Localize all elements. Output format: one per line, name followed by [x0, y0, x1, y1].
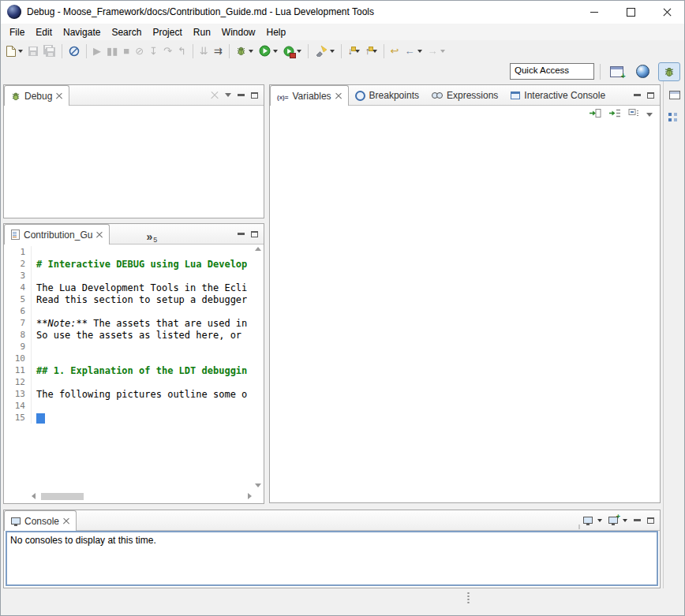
editor-line[interactable]: 7 **Note:** The assets that are used in	[5, 317, 252, 329]
title-bar[interactable]: Debug - Moose_Framework/docs/Contributio…	[0, 0, 685, 24]
outline-view-button[interactable]	[667, 110, 683, 124]
use-step-filters-button[interactable]: ⇉	[211, 43, 225, 60]
minimize-view-icon[interactable]	[634, 519, 641, 521]
menu-item[interactable]: Edit	[30, 25, 58, 39]
editor-body[interactable]: 1 2 # Interactive DEBUG using Lua Develo…	[5, 245, 263, 502]
editor-line[interactable]: 3	[5, 270, 252, 282]
dropdown-arrow-icon	[249, 50, 253, 53]
drop-to-frame-button[interactable]: ⇊	[197, 43, 211, 60]
close-tab-icon[interactable]	[335, 93, 342, 99]
scroll-right-icon[interactable]	[248, 493, 252, 499]
skip-all-breakpoints-button[interactable]	[66, 43, 82, 60]
step-over-button[interactable]: ↷	[161, 43, 174, 60]
dropdown-arrow-icon	[597, 519, 602, 522]
open-console-button[interactable]	[608, 517, 627, 524]
editor-line[interactable]: 8 So use the assets as listed here, or	[5, 329, 252, 341]
maximize-view-icon[interactable]	[647, 517, 654, 524]
maximize-view-icon[interactable]	[251, 92, 258, 99]
search-dropdown-button[interactable]	[313, 43, 337, 60]
step-into-button[interactable]: ↧	[147, 43, 160, 60]
editor-line[interactable]: 14	[5, 400, 252, 412]
editor-line[interactable]: 13 The following pictures outline some o	[5, 388, 252, 400]
scroll-up-icon[interactable]	[255, 247, 261, 251]
scroll-down-icon[interactable]	[255, 483, 261, 487]
maximize-window-button[interactable]	[612, 0, 649, 24]
remove-all-terminated-icon[interactable]	[211, 91, 219, 99]
resume-button[interactable]: ▶	[91, 43, 103, 60]
show-columns-button[interactable]	[608, 107, 621, 121]
debug-dropdown-button[interactable]	[234, 43, 256, 60]
tab-console[interactable]: Console	[4, 510, 77, 531]
console-content[interactable]: No consoles to display at this time.	[6, 531, 658, 586]
minimize-view-icon[interactable]	[238, 94, 245, 96]
editor-line[interactable]: 1	[5, 246, 252, 258]
editor-line[interactable]: 15	[5, 412, 252, 424]
display-selected-console-button[interactable]	[583, 517, 602, 524]
maximize-view-icon[interactable]	[647, 92, 654, 99]
editor-horizontal-scrollbar[interactable]	[32, 491, 252, 501]
save-button[interactable]	[26, 43, 40, 60]
minimize-view-icon[interactable]	[238, 233, 245, 235]
save-all-button[interactable]	[41, 43, 58, 60]
maximize-view-icon[interactable]	[251, 231, 258, 237]
minimize-view-icon[interactable]	[634, 94, 641, 96]
tab-expressions[interactable]: Expressions	[425, 86, 504, 105]
disconnect-button[interactable]: ⊘	[133, 43, 146, 60]
sash-drag-handle[interactable]	[467, 592, 470, 604]
tab-contribution-guide[interactable]: Contribution_Gu	[4, 224, 110, 245]
new-dropdown-button[interactable]	[3, 43, 25, 60]
tab-interactive-console[interactable]: Interactive Console	[504, 86, 612, 105]
external-tools-dropdown-button[interactable]	[281, 43, 304, 60]
editor-line[interactable]: 5 Read this section to setup a debugger	[5, 293, 252, 305]
editor-line[interactable]: 6	[5, 305, 252, 317]
last-edit-location-button[interactable]: ↩	[388, 43, 402, 60]
run-dropdown-button[interactable]	[256, 43, 280, 60]
line-number: 6	[5, 305, 32, 317]
open-perspective-button[interactable]	[606, 63, 627, 80]
minimize-window-button[interactable]	[576, 0, 612, 24]
menu-item[interactable]: Project	[147, 25, 187, 39]
terminate-button[interactable]: ■	[121, 43, 132, 60]
editor-line[interactable]: 9	[5, 341, 252, 353]
menu-item[interactable]: Help	[261, 25, 292, 39]
hidden-editors-chevron[interactable]: 5	[143, 226, 160, 244]
forward-dropdown-button[interactable]: →	[425, 43, 447, 60]
close-tab-icon[interactable]	[96, 232, 103, 238]
menu-item[interactable]: File	[4, 25, 30, 39]
editor-line[interactable]: 11 ## 1. Explanation of the LDT debuggin	[5, 364, 252, 376]
show-logical-structure-button[interactable]	[589, 107, 601, 121]
restore-minimized-view-button[interactable]	[667, 88, 683, 102]
menu-item[interactable]: Navigate	[58, 25, 106, 39]
editor-line[interactable]: 10	[5, 353, 252, 364]
back-dropdown-button[interactable]: ←	[402, 43, 425, 60]
tab-variables[interactable]: Variables	[270, 85, 349, 106]
collapse-all-button[interactable]	[628, 107, 639, 121]
editor-line[interactable]: 2 # Interactive DEBUG using Lua Develop	[5, 258, 252, 270]
step-return-button[interactable]: ↰	[175, 43, 189, 60]
close-window-button[interactable]	[649, 0, 685, 24]
menu-item[interactable]: Run	[188, 25, 216, 39]
suspend-button[interactable]: ▮▮	[104, 43, 120, 60]
editor-vertical-scrollbar[interactable]	[253, 245, 263, 490]
ldt-perspective-button[interactable]	[632, 63, 653, 80]
editor-text-area[interactable]: 1 2 # Interactive DEBUG using Lua Develo…	[5, 246, 252, 424]
caption-buttons	[576, 0, 685, 24]
close-tab-icon[interactable]	[56, 93, 62, 99]
scroll-left-icon[interactable]	[32, 493, 36, 499]
view-menu-icon[interactable]	[225, 93, 231, 97]
next-annotation-dropdown-button[interactable]: ↓	[346, 43, 362, 60]
scrollbar-thumb[interactable]	[41, 493, 84, 500]
menu-item[interactable]: Window	[216, 25, 261, 39]
close-tab-icon[interactable]	[63, 518, 69, 525]
variables-content[interactable]	[271, 124, 659, 502]
tab-breakpoints[interactable]: Breakpoints	[349, 86, 425, 105]
quick-access-input[interactable]: Quick Access	[510, 63, 594, 80]
editor-line[interactable]: 4 The Lua Development Tools in the Ecli	[5, 282, 252, 293]
debug-view-content[interactable]	[5, 106, 263, 217]
view-menu-icon[interactable]	[646, 113, 653, 117]
menu-item[interactable]: Search	[106, 25, 147, 39]
editor-line[interactable]: 12	[5, 376, 252, 388]
debug-perspective-button[interactable]	[658, 62, 680, 81]
previous-annotation-dropdown-button[interactable]: ↑	[363, 43, 380, 60]
tab-debug[interactable]: Debug	[4, 85, 69, 106]
